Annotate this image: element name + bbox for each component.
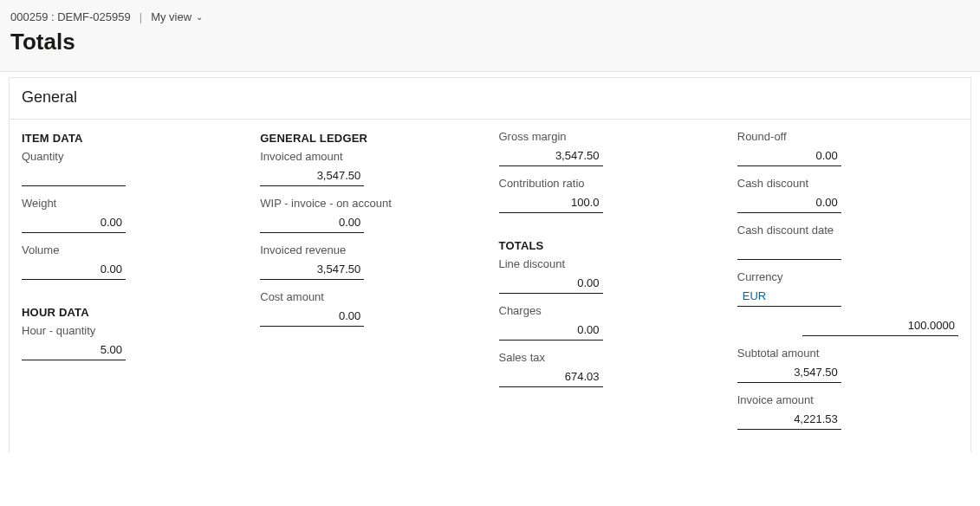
column-2: GENERAL LEDGER Invoiced amount 3,547.50 … (251, 130, 490, 440)
cash-discount-date-label: Cash discount date (737, 224, 958, 237)
round-off-value[interactable]: 0.00 (737, 147, 841, 166)
invoiced-amount-field: Invoiced amount 3,547.50 (260, 150, 481, 186)
gross-margin-value[interactable]: 3,547.50 (499, 147, 603, 166)
invoiced-revenue-label: Invoiced revenue (260, 243, 481, 256)
invoice-amount-field: Invoice amount 4,221.53 (737, 393, 958, 430)
hour-data-heading: HOUR DATA (22, 306, 243, 319)
line-discount-value[interactable]: 0.00 (499, 275, 603, 294)
gross-margin-label: Gross margin (499, 130, 720, 143)
currency-label: Currency (737, 270, 958, 283)
page-header: 000259 : DEMF-025959 | My view ⌄ Totals (0, 0, 980, 72)
sales-tax-label: Sales tax (499, 351, 720, 364)
line-discount-label: Line discount (499, 257, 720, 270)
charges-label: Charges (499, 304, 720, 317)
invoice-amount-label: Invoice amount (737, 393, 958, 406)
round-off-field: Round-off 0.00 (737, 130, 958, 166)
cash-discount-field: Cash discount 0.00 (737, 177, 958, 213)
subtotal-field: Subtotal amount 3,547.50 (737, 347, 958, 383)
cost-amount-value[interactable]: 0.00 (260, 308, 364, 327)
gross-margin-field: Gross margin 3,547.50 (499, 130, 720, 166)
exchange-rate-value[interactable]: 100.0000 (802, 317, 958, 336)
cost-amount-label: Cost amount (260, 290, 481, 303)
column-4: Round-off 0.00 Cash discount 0.00 Cash d… (729, 130, 967, 440)
subtotal-label: Subtotal amount (737, 347, 958, 360)
invoiced-revenue-field: Invoiced revenue 3,547.50 (260, 243, 481, 280)
chevron-down-icon: ⌄ (196, 12, 203, 22)
column-3: Gross margin 3,547.50 Contribution ratio… (490, 130, 729, 440)
volume-field: Volume 0.00 (22, 243, 243, 280)
currency-value[interactable]: EUR (737, 288, 841, 307)
line-discount-field: Line discount 0.00 (499, 257, 720, 294)
wip-label: WIP - invoice - on account (260, 197, 481, 210)
volume-value[interactable]: 0.00 (22, 261, 126, 280)
weight-value[interactable]: 0.00 (22, 214, 126, 233)
contribution-ratio-value[interactable]: 100.0 (499, 194, 603, 213)
cash-discount-date-value[interactable] (737, 241, 841, 260)
quantity-label: Quantity (22, 150, 243, 163)
weight-field: Weight 0.00 (22, 197, 243, 233)
cash-discount-label: Cash discount (737, 177, 958, 190)
invoiced-amount-value[interactable]: 3,547.50 (260, 167, 364, 186)
general-ledger-heading: GENERAL LEDGER (260, 132, 481, 145)
wip-value[interactable]: 0.00 (260, 214, 364, 233)
sales-tax-value[interactable]: 674.03 (499, 368, 603, 387)
exchange-rate-field: 100.0000 (737, 317, 958, 336)
subtotal-value[interactable]: 3,547.50 (737, 364, 841, 383)
currency-field: Currency EUR (737, 270, 958, 307)
item-data-heading: ITEM DATA (22, 132, 243, 145)
totals-heading: TOTALS (499, 239, 720, 252)
contribution-ratio-field: Contribution ratio 100.0 (499, 177, 720, 213)
sales-tax-field: Sales tax 674.03 (499, 351, 720, 387)
charges-value[interactable]: 0.00 (499, 321, 603, 341)
hour-quantity-value[interactable]: 5.00 (22, 341, 126, 360)
general-panel: General ITEM DATA Quantity Weight 0.00 V… (9, 77, 971, 452)
charges-field: Charges 0.00 (499, 304, 720, 341)
cost-amount-field: Cost amount 0.00 (260, 290, 481, 327)
invoiced-revenue-value[interactable]: 3,547.50 (260, 261, 364, 280)
view-selector-button[interactable]: My view ⌄ (151, 10, 203, 23)
page-title: Totals (10, 29, 970, 55)
cash-discount-date-field: Cash discount date (737, 224, 958, 260)
breadcrumb-row: 000259 : DEMF-025959 | My view ⌄ (10, 10, 970, 23)
round-off-label: Round-off (737, 130, 958, 143)
quantity-value[interactable] (22, 167, 126, 186)
volume-label: Volume (22, 243, 243, 256)
invoice-amount-value[interactable]: 4,221.53 (737, 411, 841, 430)
hour-quantity-label: Hour - quantity (22, 324, 243, 337)
wip-field: WIP - invoice - on account 0.00 (260, 197, 481, 233)
cash-discount-value[interactable]: 0.00 (737, 194, 841, 213)
invoiced-amount-label: Invoiced amount (260, 150, 481, 163)
contribution-ratio-label: Contribution ratio (499, 177, 720, 190)
fields-grid: ITEM DATA Quantity Weight 0.00 Volume 0.… (10, 120, 970, 452)
panel-title: General (10, 78, 970, 120)
column-1: ITEM DATA Quantity Weight 0.00 Volume 0.… (13, 130, 251, 440)
breadcrumb: 000259 : DEMF-025959 (10, 10, 131, 23)
breadcrumb-separator: | (140, 10, 142, 23)
view-selector-label: My view (151, 10, 191, 23)
weight-label: Weight (22, 197, 243, 210)
hour-quantity-field: Hour - quantity 5.00 (22, 324, 243, 360)
quantity-field: Quantity (22, 150, 243, 186)
